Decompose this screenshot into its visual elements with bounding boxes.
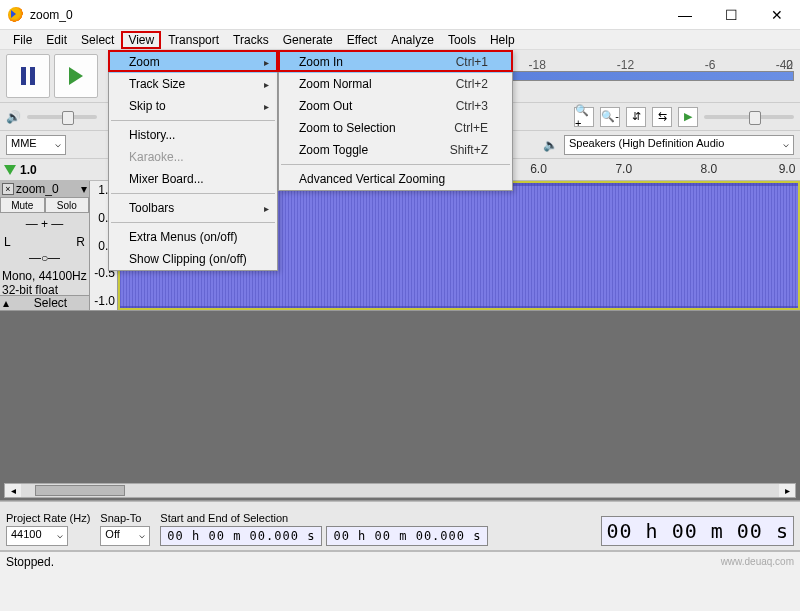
- menu-select[interactable]: Select: [74, 31, 121, 49]
- snap-to-combo[interactable]: Off: [100, 526, 150, 546]
- zoom-submenu: Zoom InCtrl+1Zoom NormalCtrl+2Zoom OutCt…: [278, 50, 513, 191]
- status-text: Stopped.: [6, 555, 54, 569]
- solo-button[interactable]: Solo: [45, 197, 90, 213]
- playhead-marker[interactable]: [4, 165, 16, 175]
- menubar: File Edit Select View Transport Tracks G…: [0, 30, 800, 50]
- minimize-button[interactable]: ―: [662, 0, 708, 30]
- menuitem-zoom-normal[interactable]: Zoom NormalCtrl+2: [279, 73, 512, 95]
- ruler-start: 1.0: [20, 163, 37, 177]
- track-collapse-caret[interactable]: ▴: [0, 296, 12, 310]
- selection-end-time[interactable]: 00 h 00 m 00.000 s: [326, 526, 488, 546]
- view-dropdown: Zoom▸Track Size▸Skip to▸History...Karaok…: [108, 50, 278, 271]
- track-name[interactable]: zoom_0: [16, 182, 79, 196]
- close-button[interactable]: ✕: [754, 0, 800, 30]
- zoom-in-icon[interactable]: 🔍+: [574, 107, 594, 127]
- fit-selection-icon[interactable]: ⇵: [626, 107, 646, 127]
- selection-range-label: Start and End of Selection: [160, 512, 488, 524]
- track-close-button[interactable]: ×: [2, 183, 14, 195]
- menuitem-zoom-toggle[interactable]: Zoom ToggleShift+Z: [279, 139, 512, 161]
- playback-volume-slider[interactable]: [27, 115, 97, 119]
- window-title: zoom_0: [30, 8, 662, 22]
- output-device-combo[interactable]: Speakers (High Definition Audio: [564, 135, 794, 155]
- menuitem-zoom-out[interactable]: Zoom OutCtrl+3: [279, 95, 512, 117]
- play-speed-slider[interactable]: [704, 115, 794, 119]
- menuitem-zoom[interactable]: Zoom▸: [109, 51, 277, 73]
- mute-button[interactable]: Mute: [0, 197, 45, 213]
- menu-file[interactable]: File: [6, 31, 39, 49]
- output-icon: 🔈: [543, 138, 558, 152]
- maximize-button[interactable]: ☐: [708, 0, 754, 30]
- menuitem-track-size[interactable]: Track Size▸: [109, 73, 277, 95]
- menu-analyze[interactable]: Analyze: [384, 31, 441, 49]
- menu-tracks[interactable]: Tracks: [226, 31, 276, 49]
- menuitem-mixer-board-[interactable]: Mixer Board...: [109, 168, 277, 190]
- play-at-speed-button[interactable]: ▶: [678, 107, 698, 127]
- track-select-button[interactable]: Select: [12, 296, 89, 310]
- menuitem-extra-menus-on-off-[interactable]: Extra Menus (on/off): [109, 226, 277, 248]
- menuitem-show-clipping-on-off-[interactable]: Show Clipping (on/off): [109, 248, 277, 270]
- tracks-empty-area: ◂ ▸: [0, 311, 800, 501]
- menuitem-history-[interactable]: History...: [109, 124, 277, 146]
- menuitem-advanced-vertical-zooming[interactable]: Advanced Vertical Zooming: [279, 168, 512, 190]
- scroll-left-button[interactable]: ◂: [5, 484, 21, 497]
- fit-project-icon[interactable]: ⇆: [652, 107, 672, 127]
- horizontal-scrollbar[interactable]: ◂ ▸: [4, 483, 796, 498]
- menuitem-toolbars[interactable]: Toolbars▸: [109, 197, 277, 219]
- menu-tools[interactable]: Tools: [441, 31, 483, 49]
- scroll-right-button[interactable]: ▸: [779, 484, 795, 497]
- pause-button[interactable]: [6, 54, 50, 98]
- menuitem-skip-to[interactable]: Skip to▸: [109, 95, 277, 117]
- track-control-panel[interactable]: × zoom_0 ▾ MuteSolo ― + ― LR ―○― Mono, 4…: [0, 181, 90, 310]
- app-icon: [8, 7, 24, 23]
- menu-effect[interactable]: Effect: [340, 31, 384, 49]
- menu-view[interactable]: View: [121, 31, 161, 49]
- menu-help[interactable]: Help: [483, 31, 522, 49]
- menu-generate[interactable]: Generate: [276, 31, 340, 49]
- watermark: www.deuaq.com: [721, 556, 794, 567]
- menuitem-karaoke-[interactable]: Karaoke...: [109, 146, 277, 168]
- scroll-thumb[interactable]: [35, 485, 125, 496]
- project-rate-label: Project Rate (Hz): [6, 512, 90, 524]
- host-api-combo[interactable]: MME: [6, 135, 66, 155]
- snap-to-label: Snap-To: [100, 512, 150, 524]
- speaker-icon: 🔊: [6, 110, 21, 124]
- track-menu-caret[interactable]: ▾: [81, 182, 87, 196]
- menu-edit[interactable]: Edit: [39, 31, 74, 49]
- audio-position-time[interactable]: 00 h 00 m 00 s: [601, 516, 794, 546]
- menuitem-zoom-to-selection[interactable]: Zoom to SelectionCtrl+E: [279, 117, 512, 139]
- selection-start-time[interactable]: 00 h 00 m 00.000 s: [160, 526, 322, 546]
- project-rate-combo[interactable]: 44100: [6, 526, 68, 546]
- menuitem-zoom-in[interactable]: Zoom InCtrl+1: [279, 51, 512, 73]
- zoom-out-icon[interactable]: 🔍-: [600, 107, 620, 127]
- play-button[interactable]: [54, 54, 98, 98]
- menu-transport[interactable]: Transport: [161, 31, 226, 49]
